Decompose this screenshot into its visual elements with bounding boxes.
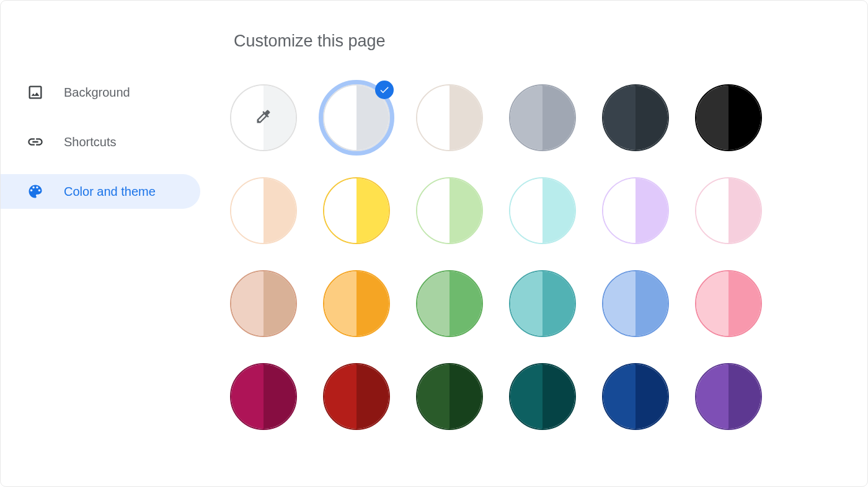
image-icon (27, 84, 44, 101)
swatch-right-half (636, 364, 668, 429)
color-swatch[interactable] (509, 270, 576, 337)
swatch-left-half (603, 271, 636, 336)
swatch-left-half (510, 271, 542, 336)
color-swatch[interactable] (416, 363, 483, 430)
swatch-left-half (510, 86, 542, 150)
swatch-right-half (356, 178, 389, 243)
swatch-right-half (542, 271, 575, 336)
swatch-right-half (356, 271, 389, 336)
swatch-left-half (417, 271, 450, 336)
swatch-left-half (231, 178, 264, 243)
color-swatch[interactable] (416, 177, 483, 244)
swatch-right-half (264, 271, 296, 336)
swatch-right-half (542, 364, 575, 429)
color-swatch[interactable] (230, 177, 297, 244)
palette-icon (27, 183, 44, 200)
color-picker-swatch[interactable] (230, 84, 297, 151)
swatch-right-half (728, 271, 761, 336)
color-swatch[interactable] (602, 84, 669, 151)
swatch-left-half (603, 178, 636, 243)
swatch-left-half (696, 178, 728, 243)
color-swatch[interactable] (695, 177, 762, 244)
swatch-right-half (450, 86, 482, 150)
sidebar-item-label: Color and theme (64, 185, 156, 199)
swatch-right-half (728, 364, 761, 429)
color-swatch[interactable] (416, 270, 483, 337)
swatch-right-half (542, 86, 575, 150)
swatch-right-half (450, 178, 482, 243)
swatch-left-half (324, 364, 356, 429)
color-swatch[interactable] (509, 84, 576, 151)
swatch-right-half (728, 86, 761, 150)
color-swatch[interactable] (230, 270, 297, 337)
sidebar-item-color-theme[interactable]: Color and theme (1, 174, 200, 209)
color-swatch[interactable] (509, 177, 576, 244)
color-swatch[interactable] (602, 270, 669, 337)
color-swatch[interactable] (323, 270, 390, 337)
link-icon (27, 133, 44, 151)
sidebar-item-shortcuts[interactable]: Shortcuts (1, 125, 200, 159)
sidebar-item-label: Background (64, 86, 130, 100)
swatch-left-half (417, 178, 450, 243)
swatch-left-half (603, 364, 636, 429)
swatch-right-half (356, 364, 389, 429)
swatch-right-half (450, 364, 482, 429)
swatch-right-half (264, 178, 296, 243)
color-grid (230, 84, 867, 430)
color-swatch[interactable] (230, 363, 297, 430)
color-swatch[interactable] (602, 177, 669, 244)
sidebar-item-label: Shortcuts (64, 135, 116, 149)
color-swatch[interactable] (323, 177, 390, 244)
swatch-left-half (231, 271, 264, 336)
color-swatch[interactable] (416, 84, 483, 151)
swatch-right-half (636, 86, 668, 150)
swatch-left-half (510, 364, 542, 429)
swatch-left-half (231, 364, 264, 429)
swatch-left-half (696, 86, 728, 150)
check-icon (375, 81, 394, 99)
swatch-left-half (603, 86, 636, 150)
page-title: Customize this page (234, 32, 867, 51)
swatch-left-half (696, 364, 728, 429)
color-swatch[interactable] (695, 270, 762, 337)
color-swatch[interactable] (602, 363, 669, 430)
customize-dialog: Background Shortcuts Color and theme Cus… (0, 0, 868, 487)
swatch-right-half (636, 271, 668, 336)
swatch-right-half (728, 178, 761, 243)
swatch-left-half (696, 271, 728, 336)
eyedropper-icon (255, 108, 272, 128)
swatch-left-half (324, 271, 356, 336)
color-swatch[interactable] (695, 363, 762, 430)
sidebar-item-background[interactable]: Background (1, 75, 200, 110)
swatch-right-half (542, 178, 575, 243)
swatch-left-half (324, 178, 356, 243)
swatch-left-half (510, 178, 542, 243)
sidebar: Background Shortcuts Color and theme (1, 1, 230, 486)
color-swatch[interactable] (695, 84, 762, 151)
swatch-left-half (324, 86, 356, 150)
main-content: Customize this page (230, 1, 867, 486)
color-swatch[interactable] (509, 363, 576, 430)
swatch-right-half (636, 178, 668, 243)
swatch-right-half (450, 271, 482, 336)
swatch-left-half (417, 86, 450, 150)
swatch-right-half (264, 364, 296, 429)
color-swatch[interactable] (323, 84, 390, 151)
color-swatch[interactable] (323, 363, 390, 430)
swatch-left-half (417, 364, 450, 429)
